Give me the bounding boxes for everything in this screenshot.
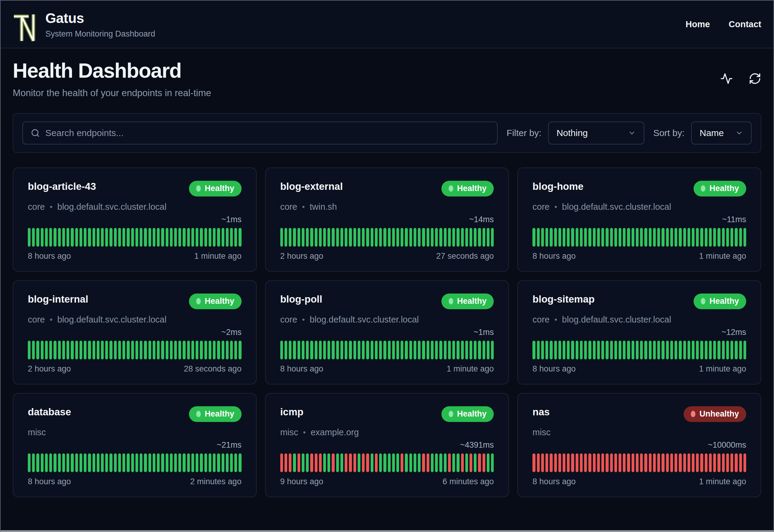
endpoint-card[interactable]: nas Unhealthy misc • ~10000ms 8 hours ag… bbox=[517, 393, 761, 497]
endpoint-card[interactable]: blog-sitemap Healthy core • blog.default… bbox=[517, 280, 761, 384]
status-bar bbox=[332, 228, 334, 247]
status-bar bbox=[567, 453, 570, 472]
status-bar bbox=[302, 228, 304, 247]
endpoint-card[interactable]: blog-home Healthy core • blog.default.sv… bbox=[517, 167, 761, 272]
status-bar bbox=[632, 453, 634, 472]
status-bar bbox=[461, 453, 464, 472]
status-bar bbox=[396, 453, 399, 472]
uptime-bars bbox=[28, 341, 242, 359]
status-badge: Healthy bbox=[694, 294, 746, 309]
status-bar bbox=[366, 341, 369, 359]
endpoint-group: core bbox=[532, 315, 549, 325]
endpoint-card[interactable]: icmp Healthy misc • example.org ~4391ms … bbox=[265, 393, 509, 497]
status-bar bbox=[683, 453, 686, 472]
status-bar bbox=[289, 228, 291, 247]
status-bar bbox=[332, 341, 334, 359]
endpoint-host: twin.sh bbox=[310, 202, 337, 212]
sort-select[interactable]: Name bbox=[691, 122, 752, 144]
status-bar bbox=[478, 228, 481, 247]
status-bar bbox=[730, 453, 733, 472]
status-bar bbox=[465, 228, 468, 247]
endpoint-meta: core • blog.default.svc.cluster.local bbox=[532, 315, 746, 325]
status-bar bbox=[401, 228, 403, 247]
status-bar bbox=[532, 453, 535, 472]
activity-icon[interactable] bbox=[720, 72, 733, 85]
card-footer: 9 hours ago 6 minutes ago bbox=[280, 477, 494, 486]
status-bar bbox=[418, 453, 421, 472]
status-bar bbox=[122, 341, 125, 359]
latency-label: ~21ms bbox=[28, 440, 242, 450]
status-bar bbox=[627, 453, 630, 472]
status-bar bbox=[379, 341, 382, 359]
status-bar bbox=[366, 453, 369, 472]
status-bar bbox=[161, 341, 164, 359]
status-bar bbox=[679, 341, 681, 359]
endpoint-name: nas bbox=[532, 406, 550, 418]
nav-link-home[interactable]: Home bbox=[685, 19, 710, 29]
endpoint-host: example.org bbox=[311, 427, 359, 437]
status-bar bbox=[558, 453, 561, 472]
status-bar bbox=[217, 453, 220, 472]
status-bar bbox=[67, 453, 69, 472]
status-bar bbox=[191, 453, 194, 472]
status-bar bbox=[153, 341, 155, 359]
refresh-icon[interactable] bbox=[749, 72, 761, 85]
status-bar bbox=[474, 453, 476, 472]
search-input[interactable] bbox=[45, 128, 489, 138]
status-bar bbox=[144, 341, 147, 359]
status-bar bbox=[452, 453, 455, 472]
status-bar bbox=[470, 453, 472, 472]
status-bar bbox=[226, 453, 229, 472]
card-footer: 8 hours ago 1 minute ago bbox=[532, 364, 746, 374]
uptime-bars bbox=[280, 228, 494, 247]
endpoint-host: blog.default.svc.cluster.local bbox=[310, 315, 419, 325]
status-bar bbox=[84, 341, 86, 359]
status-bar bbox=[234, 453, 237, 472]
status-bar bbox=[571, 228, 574, 247]
endpoint-card[interactable]: blog-article-43 Healthy core • blog.defa… bbox=[13, 167, 257, 272]
history-end-time: 1 minute ago bbox=[699, 364, 746, 374]
status-bar bbox=[371, 453, 373, 472]
history-start-time: 8 hours ago bbox=[532, 477, 576, 486]
status-bar bbox=[679, 453, 681, 472]
status-bar bbox=[392, 341, 395, 359]
status-bar bbox=[688, 228, 690, 247]
status-bar bbox=[93, 453, 95, 472]
status-bar bbox=[679, 228, 681, 247]
endpoint-card[interactable]: blog-poll Healthy core • blog.default.sv… bbox=[265, 280, 509, 384]
status-bar bbox=[700, 228, 703, 247]
status-bar bbox=[45, 341, 48, 359]
endpoint-card[interactable]: blog-external Healthy core • twin.sh ~14… bbox=[265, 167, 509, 272]
status-bar bbox=[636, 228, 639, 247]
status-bar bbox=[414, 341, 416, 359]
status-bar bbox=[537, 228, 540, 247]
status-bar bbox=[101, 341, 104, 359]
status-bar bbox=[353, 341, 356, 359]
status-bar bbox=[226, 341, 229, 359]
endpoint-card[interactable]: database Healthy misc • ~21ms 8 hours ag… bbox=[13, 393, 257, 497]
endpoint-card[interactable]: blog-internal Healthy core • blog.defaul… bbox=[13, 280, 257, 384]
status-bar bbox=[705, 453, 707, 472]
status-bar bbox=[88, 453, 91, 472]
search-box[interactable] bbox=[22, 122, 498, 144]
status-bar bbox=[439, 228, 442, 247]
status-bar bbox=[396, 228, 399, 247]
card-footer: 8 hours ago 1 minute ago bbox=[532, 477, 746, 486]
status-bar bbox=[293, 453, 296, 472]
filter-select[interactable]: Nothing bbox=[548, 122, 644, 144]
nav-link-contact[interactable]: Contact bbox=[729, 19, 761, 29]
status-bar bbox=[213, 453, 216, 472]
status-bar bbox=[487, 228, 489, 247]
status-bar bbox=[226, 228, 229, 247]
page-actions bbox=[720, 72, 761, 85]
history-end-time: 6 minutes ago bbox=[443, 477, 494, 486]
status-bar bbox=[388, 453, 391, 472]
status-bar bbox=[183, 453, 185, 472]
status-bar bbox=[101, 228, 104, 247]
status-bar bbox=[700, 341, 703, 359]
status-bar bbox=[166, 228, 168, 247]
status-bar bbox=[601, 228, 604, 247]
status-bar bbox=[209, 453, 211, 472]
status-bar bbox=[623, 228, 626, 247]
status-bar bbox=[580, 453, 583, 472]
